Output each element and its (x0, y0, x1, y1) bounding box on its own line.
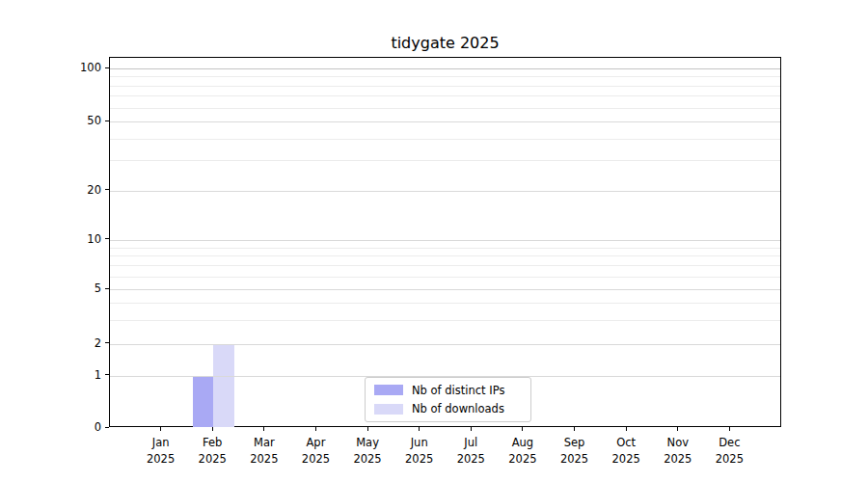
y-axis-label: 1 (56, 368, 101, 382)
legend: Nb of distinct IPs Nb of downloads (365, 377, 531, 422)
y-axis-label: 2 (56, 336, 101, 350)
plot-area (109, 57, 781, 427)
minor-gridline (110, 320, 780, 321)
x-axis-label-year: 2025 (185, 451, 239, 468)
legend-swatch-distinct-ips (374, 385, 403, 395)
major-gridline (110, 68, 780, 69)
y-axis-tick (105, 374, 109, 375)
legend-label-downloads: Nb of downloads (412, 402, 504, 415)
x-axis-label-month: Mar (237, 435, 291, 451)
x-axis-label: Oct2025 (599, 435, 653, 467)
x-axis-label-year: 2025 (134, 451, 188, 468)
legend-swatch-downloads (374, 404, 403, 415)
x-axis-label: Feb2025 (185, 435, 239, 467)
x-axis-label-year: 2025 (340, 451, 394, 468)
y-axis-tick (105, 189, 109, 190)
x-axis-tick (574, 427, 575, 431)
minor-gridline (110, 265, 780, 266)
bar-distinct-ips-feb (193, 376, 214, 427)
x-axis-label: Apr2025 (288, 435, 342, 467)
x-axis-label-year: 2025 (444, 451, 498, 468)
major-gridline (110, 240, 780, 241)
x-axis-label-month: Aug (496, 435, 550, 451)
chart-title: tidygate 2025 (109, 34, 781, 52)
y-axis-tick (105, 288, 109, 289)
legend-item-downloads: Nb of downloads (374, 402, 530, 415)
legend-item-distinct-ips: Nb of distinct IPs (374, 384, 530, 397)
x-axis-label: Dec2025 (702, 435, 756, 467)
x-axis-label-month: Jul (444, 435, 498, 451)
x-axis-label-year: 2025 (288, 451, 342, 468)
x-axis-label: Nov2025 (651, 435, 705, 467)
y-axis-tick (105, 238, 109, 239)
x-axis-tick (677, 427, 678, 431)
y-axis-tick (105, 120, 109, 121)
x-axis-label: Jan2025 (134, 435, 188, 467)
minor-gridline (110, 255, 780, 256)
x-axis-label-month: Apr (288, 435, 342, 451)
x-axis-label: Jun2025 (393, 435, 447, 467)
x-axis-tick (729, 427, 730, 431)
minor-gridline (110, 139, 780, 140)
x-axis-label-month: Nov (651, 435, 705, 451)
figure: tidygate 2025 Nb of distinct IPs Nb of d… (0, 0, 868, 482)
x-axis-label-year: 2025 (548, 451, 602, 468)
y-axis-label: 0 (56, 420, 101, 434)
x-axis-label-year: 2025 (599, 451, 653, 468)
x-axis-label-month: Jun (393, 435, 447, 451)
minor-gridline (110, 76, 780, 77)
x-axis-tick (212, 427, 213, 431)
y-axis-tick (105, 342, 109, 343)
major-gridline (110, 289, 780, 290)
y-axis-label: 50 (56, 114, 101, 127)
x-axis-tick (160, 427, 161, 431)
x-axis-label-month: Dec (702, 435, 756, 451)
minor-gridline (110, 248, 780, 249)
x-axis-label: Mar2025 (237, 435, 291, 467)
minor-gridline (110, 277, 780, 278)
minor-gridline (110, 160, 780, 161)
y-axis-label: 5 (56, 281, 101, 295)
x-axis-tick (471, 427, 472, 431)
minor-gridline (110, 303, 780, 304)
minor-gridline (110, 86, 780, 87)
y-axis-label: 10 (56, 232, 101, 246)
x-axis-label: Sep2025 (548, 435, 602, 467)
legend-label-distinct-ips: Nb of distinct IPs (412, 384, 504, 397)
x-axis-label-month: Sep (548, 435, 602, 451)
x-axis-tick (263, 427, 264, 431)
minor-gridline (110, 108, 780, 109)
x-axis-label-year: 2025 (702, 451, 756, 468)
y-axis-tick (105, 427, 109, 428)
x-axis-label-year: 2025 (237, 451, 291, 468)
x-axis-tick (522, 427, 523, 431)
x-axis-label-month: Jan (134, 435, 188, 451)
x-axis-label-month: Oct (599, 435, 653, 451)
x-axis-label-year: 2025 (393, 451, 447, 468)
major-gridline (110, 344, 780, 345)
x-axis-label: May2025 (340, 435, 394, 467)
x-axis-label: Jul2025 (444, 435, 498, 467)
x-axis-tick (419, 427, 420, 431)
y-axis-tick (105, 67, 109, 68)
major-gridline (110, 121, 780, 122)
x-axis-label-month: Feb (185, 435, 239, 451)
x-axis-label: Aug2025 (496, 435, 550, 467)
x-axis-tick (367, 427, 368, 431)
minor-gridline (110, 95, 780, 96)
y-axis-label: 100 (56, 61, 101, 74)
y-axis-label: 20 (56, 183, 101, 197)
major-gridline (110, 191, 780, 192)
bar-downloads-feb (213, 344, 234, 427)
x-axis-label-year: 2025 (651, 451, 705, 468)
x-axis-label-year: 2025 (496, 451, 550, 468)
x-axis-tick (315, 427, 316, 431)
x-axis-tick (626, 427, 627, 431)
x-axis-label-month: May (340, 435, 394, 451)
